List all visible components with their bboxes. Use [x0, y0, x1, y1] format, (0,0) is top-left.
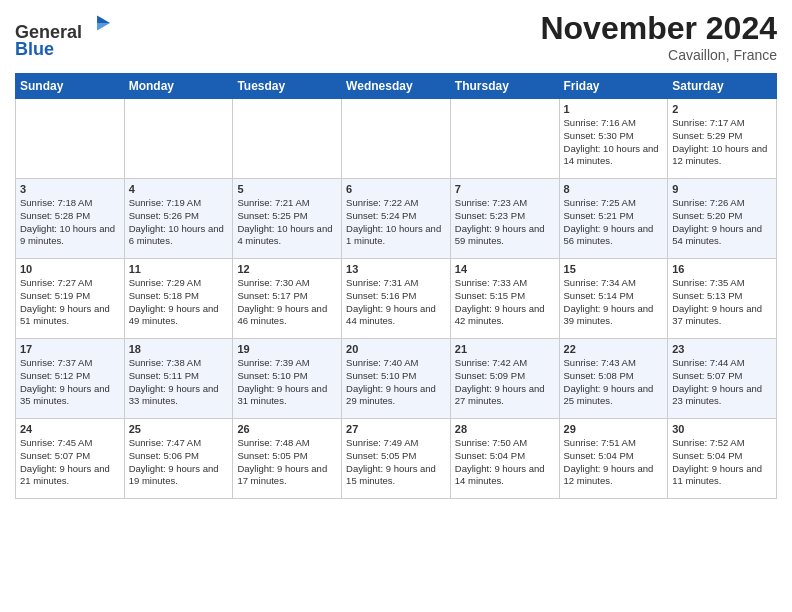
calendar-cell [124, 99, 233, 179]
day-number: 10 [20, 263, 120, 275]
day-info: Sunrise: 7:39 AM Sunset: 5:10 PM Dayligh… [237, 357, 337, 408]
calendar-cell: 28Sunrise: 7:50 AM Sunset: 5:04 PM Dayli… [450, 419, 559, 499]
calendar-week-1: 1Sunrise: 7:16 AM Sunset: 5:30 PM Daylig… [16, 99, 777, 179]
calendar-cell [16, 99, 125, 179]
calendar-cell [233, 99, 342, 179]
page-header: General Blue November 2024 Cavaillon, Fr… [15, 10, 777, 63]
calendar-cell: 8Sunrise: 7:25 AM Sunset: 5:21 PM Daylig… [559, 179, 668, 259]
day-info: Sunrise: 7:17 AM Sunset: 5:29 PM Dayligh… [672, 117, 772, 168]
calendar-cell [450, 99, 559, 179]
day-info: Sunrise: 7:45 AM Sunset: 5:07 PM Dayligh… [20, 437, 120, 488]
day-info: Sunrise: 7:21 AM Sunset: 5:25 PM Dayligh… [237, 197, 337, 248]
day-info: Sunrise: 7:27 AM Sunset: 5:19 PM Dayligh… [20, 277, 120, 328]
day-number: 29 [564, 423, 664, 435]
calendar-week-4: 17Sunrise: 7:37 AM Sunset: 5:12 PM Dayli… [16, 339, 777, 419]
calendar-cell: 16Sunrise: 7:35 AM Sunset: 5:13 PM Dayli… [668, 259, 777, 339]
col-header-friday: Friday [559, 74, 668, 99]
day-number: 1 [564, 103, 664, 115]
day-number: 27 [346, 423, 446, 435]
day-number: 8 [564, 183, 664, 195]
col-header-thursday: Thursday [450, 74, 559, 99]
calendar-week-3: 10Sunrise: 7:27 AM Sunset: 5:19 PM Dayli… [16, 259, 777, 339]
calendar-cell: 12Sunrise: 7:30 AM Sunset: 5:17 PM Dayli… [233, 259, 342, 339]
calendar-cell: 9Sunrise: 7:26 AM Sunset: 5:20 PM Daylig… [668, 179, 777, 259]
day-info: Sunrise: 7:44 AM Sunset: 5:07 PM Dayligh… [672, 357, 772, 408]
calendar-cell: 25Sunrise: 7:47 AM Sunset: 5:06 PM Dayli… [124, 419, 233, 499]
calendar-cell: 2Sunrise: 7:17 AM Sunset: 5:29 PM Daylig… [668, 99, 777, 179]
calendar-cell: 11Sunrise: 7:29 AM Sunset: 5:18 PM Dayli… [124, 259, 233, 339]
day-number: 24 [20, 423, 120, 435]
day-info: Sunrise: 7:30 AM Sunset: 5:17 PM Dayligh… [237, 277, 337, 328]
day-info: Sunrise: 7:18 AM Sunset: 5:28 PM Dayligh… [20, 197, 120, 248]
day-info: Sunrise: 7:16 AM Sunset: 5:30 PM Dayligh… [564, 117, 664, 168]
day-info: Sunrise: 7:37 AM Sunset: 5:12 PM Dayligh… [20, 357, 120, 408]
calendar-week-5: 24Sunrise: 7:45 AM Sunset: 5:07 PM Dayli… [16, 419, 777, 499]
calendar-cell [342, 99, 451, 179]
col-header-sunday: Sunday [16, 74, 125, 99]
calendar-cell: 14Sunrise: 7:33 AM Sunset: 5:15 PM Dayli… [450, 259, 559, 339]
day-info: Sunrise: 7:25 AM Sunset: 5:21 PM Dayligh… [564, 197, 664, 248]
calendar-cell: 20Sunrise: 7:40 AM Sunset: 5:10 PM Dayli… [342, 339, 451, 419]
day-number: 9 [672, 183, 772, 195]
svg-marker-1 [97, 23, 110, 30]
calendar-cell: 29Sunrise: 7:51 AM Sunset: 5:04 PM Dayli… [559, 419, 668, 499]
calendar-cell: 24Sunrise: 7:45 AM Sunset: 5:07 PM Dayli… [16, 419, 125, 499]
day-info: Sunrise: 7:51 AM Sunset: 5:04 PM Dayligh… [564, 437, 664, 488]
calendar-cell: 23Sunrise: 7:44 AM Sunset: 5:07 PM Dayli… [668, 339, 777, 419]
day-number: 4 [129, 183, 229, 195]
day-number: 22 [564, 343, 664, 355]
day-number: 21 [455, 343, 555, 355]
day-info: Sunrise: 7:35 AM Sunset: 5:13 PM Dayligh… [672, 277, 772, 328]
logo-bird-icon [84, 10, 112, 38]
day-info: Sunrise: 7:23 AM Sunset: 5:23 PM Dayligh… [455, 197, 555, 248]
day-number: 17 [20, 343, 120, 355]
calendar-cell: 5Sunrise: 7:21 AM Sunset: 5:25 PM Daylig… [233, 179, 342, 259]
day-number: 12 [237, 263, 337, 275]
day-info: Sunrise: 7:42 AM Sunset: 5:09 PM Dayligh… [455, 357, 555, 408]
calendar-cell: 4Sunrise: 7:19 AM Sunset: 5:26 PM Daylig… [124, 179, 233, 259]
day-number: 13 [346, 263, 446, 275]
day-number: 5 [237, 183, 337, 195]
day-info: Sunrise: 7:43 AM Sunset: 5:08 PM Dayligh… [564, 357, 664, 408]
day-number: 18 [129, 343, 229, 355]
header-row: SundayMondayTuesdayWednesdayThursdayFrid… [16, 74, 777, 99]
title-block: November 2024 Cavaillon, France [540, 10, 777, 63]
day-info: Sunrise: 7:34 AM Sunset: 5:14 PM Dayligh… [564, 277, 664, 328]
day-info: Sunrise: 7:50 AM Sunset: 5:04 PM Dayligh… [455, 437, 555, 488]
day-info: Sunrise: 7:31 AM Sunset: 5:16 PM Dayligh… [346, 277, 446, 328]
col-header-tuesday: Tuesday [233, 74, 342, 99]
day-info: Sunrise: 7:40 AM Sunset: 5:10 PM Dayligh… [346, 357, 446, 408]
day-number: 25 [129, 423, 229, 435]
calendar-cell: 10Sunrise: 7:27 AM Sunset: 5:19 PM Dayli… [16, 259, 125, 339]
day-number: 2 [672, 103, 772, 115]
logo: General Blue [15, 10, 112, 60]
day-number: 30 [672, 423, 772, 435]
day-info: Sunrise: 7:22 AM Sunset: 5:24 PM Dayligh… [346, 197, 446, 248]
calendar-cell: 22Sunrise: 7:43 AM Sunset: 5:08 PM Dayli… [559, 339, 668, 419]
day-info: Sunrise: 7:26 AM Sunset: 5:20 PM Dayligh… [672, 197, 772, 248]
day-number: 16 [672, 263, 772, 275]
calendar-cell: 27Sunrise: 7:49 AM Sunset: 5:05 PM Dayli… [342, 419, 451, 499]
calendar-table: SundayMondayTuesdayWednesdayThursdayFrid… [15, 73, 777, 499]
month-title: November 2024 [540, 10, 777, 47]
day-number: 20 [346, 343, 446, 355]
calendar-cell: 15Sunrise: 7:34 AM Sunset: 5:14 PM Dayli… [559, 259, 668, 339]
day-number: 6 [346, 183, 446, 195]
svg-marker-0 [97, 16, 110, 23]
day-number: 19 [237, 343, 337, 355]
day-number: 26 [237, 423, 337, 435]
calendar-cell: 30Sunrise: 7:52 AM Sunset: 5:04 PM Dayli… [668, 419, 777, 499]
calendar-cell: 18Sunrise: 7:38 AM Sunset: 5:11 PM Dayli… [124, 339, 233, 419]
col-header-wednesday: Wednesday [342, 74, 451, 99]
day-info: Sunrise: 7:33 AM Sunset: 5:15 PM Dayligh… [455, 277, 555, 328]
day-info: Sunrise: 7:49 AM Sunset: 5:05 PM Dayligh… [346, 437, 446, 488]
calendar-cell: 26Sunrise: 7:48 AM Sunset: 5:05 PM Dayli… [233, 419, 342, 499]
day-info: Sunrise: 7:29 AM Sunset: 5:18 PM Dayligh… [129, 277, 229, 328]
day-info: Sunrise: 7:38 AM Sunset: 5:11 PM Dayligh… [129, 357, 229, 408]
calendar-cell: 13Sunrise: 7:31 AM Sunset: 5:16 PM Dayli… [342, 259, 451, 339]
calendar-cell: 17Sunrise: 7:37 AM Sunset: 5:12 PM Dayli… [16, 339, 125, 419]
day-info: Sunrise: 7:47 AM Sunset: 5:06 PM Dayligh… [129, 437, 229, 488]
day-info: Sunrise: 7:48 AM Sunset: 5:05 PM Dayligh… [237, 437, 337, 488]
day-number: 11 [129, 263, 229, 275]
calendar-cell: 3Sunrise: 7:18 AM Sunset: 5:28 PM Daylig… [16, 179, 125, 259]
